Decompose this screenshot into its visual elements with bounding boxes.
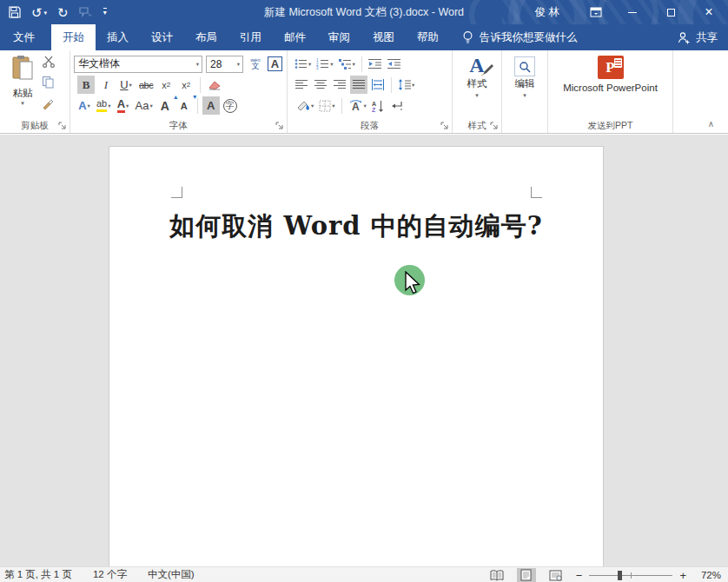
- highlight-color-button[interactable]: ab▾: [95, 96, 113, 115]
- borders-button[interactable]: ▾: [317, 96, 336, 115]
- undo-button[interactable]: ↺▾: [31, 6, 47, 19]
- document-page[interactable]: 如何取消 Word 中的自动编号?: [109, 146, 604, 566]
- redo-icon[interactable]: ↻: [57, 6, 69, 19]
- send-to-powerpoint-button[interactable]: P Microsoft PowerPoint: [548, 56, 672, 93]
- tab-mailings[interactable]: 邮件: [273, 24, 317, 50]
- page-count-status[interactable]: 第 1 页, 共 1 页: [4, 568, 72, 581]
- zoom-slider[interactable]: [589, 570, 672, 580]
- line-spacing-button[interactable]: ▾: [396, 76, 416, 94]
- bullets-dropdown-icon[interactable]: ▾: [308, 61, 311, 68]
- tab-insert[interactable]: 插入: [96, 24, 140, 50]
- change-case-button[interactable]: Aa▾: [134, 96, 155, 115]
- format-painter-icon[interactable]: [42, 96, 56, 112]
- numbering-button[interactable]: 123▾: [314, 55, 334, 73]
- character-shading-button[interactable]: A: [202, 96, 220, 115]
- copy-icon[interactable]: [42, 76, 56, 91]
- align-center-icon[interactable]: [312, 76, 329, 94]
- align-right-icon[interactable]: [331, 76, 348, 94]
- font-dialog-launcher-icon[interactable]: [275, 122, 284, 130]
- text-effects-dropdown-icon[interactable]: ▾: [88, 103, 90, 109]
- clear-formatting-icon[interactable]: [206, 76, 224, 94]
- strikethrough-button[interactable]: abc: [137, 76, 155, 94]
- underline-dropdown-icon[interactable]: ▾: [129, 82, 132, 89]
- text-effects-button[interactable]: A▾: [76, 96, 93, 115]
- zoom-out-button[interactable]: −: [576, 569, 583, 582]
- print-layout-icon[interactable]: [517, 568, 536, 582]
- decrease-indent-icon[interactable]: [367, 55, 384, 73]
- multilevel-dropdown-icon[interactable]: ▾: [353, 61, 355, 68]
- styles-dropdown-icon[interactable]: ▾: [453, 92, 501, 99]
- borders-dropdown-icon[interactable]: ▾: [332, 103, 334, 109]
- paste-button[interactable]: 粘贴 ▾: [5, 55, 40, 107]
- editing-button[interactable]: 编辑 ▾: [502, 56, 547, 99]
- ribbon-display-options-icon[interactable]: [579, 0, 613, 24]
- tab-review[interactable]: 审阅: [317, 24, 361, 50]
- document-area[interactable]: 如何取消 Word 中的自动编号?: [0, 135, 728, 566]
- word-count-status[interactable]: 12 个字: [93, 568, 127, 581]
- distributed-alignment-icon[interactable]: [369, 76, 387, 94]
- tab-file[interactable]: 文件: [0, 24, 48, 50]
- tell-me-box[interactable]: 告诉我你想要做什么: [462, 24, 578, 50]
- bold-button[interactable]: B: [77, 76, 95, 94]
- zoom-slider-thumb[interactable]: [618, 571, 622, 580]
- collapse-ribbon-icon[interactable]: ∧: [708, 119, 714, 129]
- zoom-percentage[interactable]: 72%: [693, 570, 721, 580]
- paragraph-dialog-launcher-icon[interactable]: [440, 122, 449, 130]
- account-user-name[interactable]: 俊 林: [535, 5, 559, 20]
- font-name-dropdown-icon[interactable]: ▾: [196, 61, 199, 68]
- font-size-combobox[interactable]: 28▾: [206, 56, 243, 73]
- minimize-button[interactable]: [613, 0, 652, 24]
- customize-qat-icon[interactable]: ▾: [103, 8, 107, 17]
- character-border-icon[interactable]: A: [268, 56, 282, 71]
- styles-button[interactable]: A 样式 ▾: [453, 54, 501, 99]
- phonetic-guide-icon[interactable]: wén文: [247, 55, 264, 73]
- font-color-button[interactable]: A▾: [115, 96, 132, 115]
- enclose-characters-button[interactable]: 字: [222, 96, 239, 115]
- align-left-icon[interactable]: [293, 76, 310, 94]
- tab-help[interactable]: 帮助: [406, 24, 450, 50]
- styles-dialog-launcher-icon[interactable]: [490, 122, 499, 130]
- increase-indent-icon[interactable]: [386, 55, 403, 73]
- change-case-dropdown-icon[interactable]: ▾: [149, 103, 152, 109]
- tab-view[interactable]: 视图: [361, 24, 406, 50]
- subscript-button[interactable]: x2: [157, 76, 175, 94]
- highlight-dropdown-icon[interactable]: ▾: [108, 103, 110, 109]
- save-icon[interactable]: [9, 6, 21, 18]
- paste-dropdown-icon[interactable]: ▾: [5, 100, 40, 107]
- superscript-button[interactable]: x2: [177, 76, 195, 94]
- zoom-in-button[interactable]: +: [679, 569, 686, 582]
- font-name-combobox[interactable]: 华文楷体▾: [74, 56, 202, 73]
- tab-design[interactable]: 设计: [140, 24, 184, 50]
- shading-dropdown-icon[interactable]: ▾: [311, 103, 314, 109]
- document-title-text[interactable]: 如何取消 Word 中的自动编号?: [109, 209, 603, 244]
- tab-references[interactable]: 引用: [228, 24, 273, 50]
- close-button[interactable]: ×: [690, 0, 728, 24]
- web-layout-icon[interactable]: [546, 568, 566, 582]
- font-color-dropdown-icon[interactable]: ▾: [126, 103, 129, 109]
- clipboard-dialog-launcher-icon[interactable]: [58, 122, 67, 130]
- line-spacing-dropdown-icon[interactable]: ▾: [412, 82, 414, 89]
- sort-button[interactable]: AZ: [370, 96, 387, 115]
- font-size-dropdown-icon[interactable]: ▾: [237, 61, 240, 68]
- undo-dropdown-icon[interactable]: ▾: [44, 10, 48, 16]
- multilevel-list-button[interactable]: ▾: [337, 55, 357, 73]
- language-status[interactable]: 中文(中国): [148, 568, 195, 581]
- tab-layout[interactable]: 布局: [184, 24, 228, 50]
- asian-layout-button[interactable]: A▾: [347, 96, 368, 115]
- tab-home[interactable]: 开始: [51, 24, 96, 50]
- shrink-font-button[interactable]: A▼: [175, 96, 193, 115]
- show-hide-marks-icon[interactable]: [389, 96, 407, 115]
- share-button[interactable]: 共享: [678, 24, 718, 50]
- cut-icon[interactable]: [42, 56, 56, 70]
- justify-button[interactable]: [350, 76, 367, 94]
- italic-button[interactable]: I: [97, 76, 115, 94]
- grow-font-button[interactable]: A▲: [156, 96, 174, 115]
- underline-button[interactable]: U▾: [117, 76, 135, 94]
- read-mode-icon[interactable]: [487, 568, 506, 582]
- asian-layout-dropdown-icon[interactable]: ▾: [364, 103, 367, 109]
- maximize-button[interactable]: [652, 0, 690, 24]
- editing-dropdown-icon[interactable]: ▾: [502, 92, 547, 99]
- numbering-dropdown-icon[interactable]: ▾: [330, 61, 333, 68]
- bullets-button[interactable]: ▾: [293, 55, 313, 73]
- shading-button[interactable]: ▾: [295, 96, 315, 115]
